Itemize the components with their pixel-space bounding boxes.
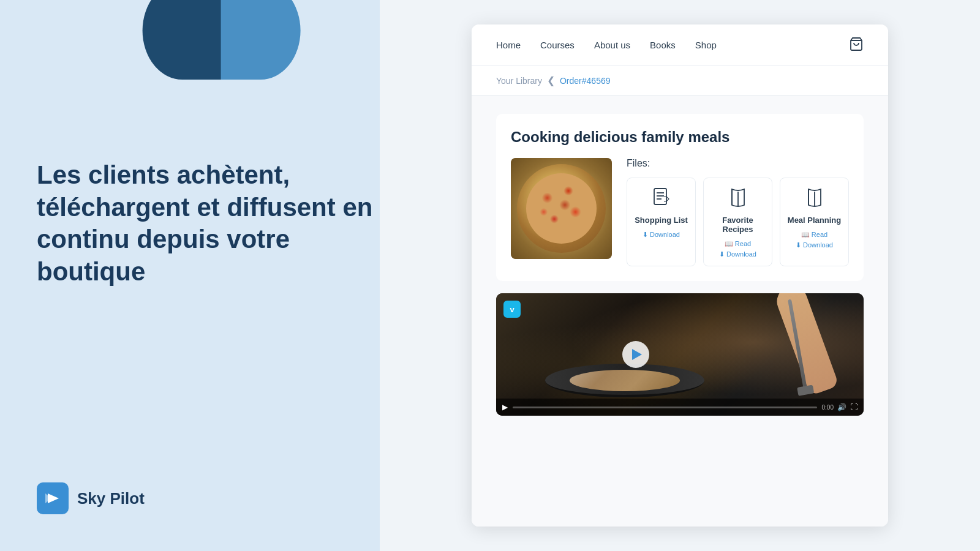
product-image [511,158,612,259]
vimeo-badge: v [503,301,521,318]
read-btn-favorite-recipes[interactable]: 📖 Read [725,240,751,248]
hand-arm-visual [773,293,840,396]
food-visual [570,370,680,391]
hero-text-container: Les clients achètent, téléchargent et di… [37,159,380,482]
play-triangle-icon [632,349,642,360]
brand-name: Sky Pilot [77,489,145,508]
right-panel: Home Courses About us Books Shop Your Li… [380,0,980,551]
files-grid: Shopping List ⬇ Download [627,178,849,266]
nav-links: Home Courses About us Books Shop [496,40,717,50]
browser-window: Home Courses About us Books Shop Your Li… [472,24,888,527]
video-right-controls: 0:00 🔊 ⛶ [822,403,858,411]
breadcrumb: Your Library ❮ Order#46569 [496,75,864,86]
video-section: v ▶ 0:00 🔊 ⛶ [496,293,864,416]
nav-bar: Home Courses About us Books Shop [472,24,888,66]
files-section: Files: [627,158,849,266]
read-btn-meal-planning[interactable]: 📖 Read [801,231,827,239]
pizza-visual [511,158,612,259]
skypilot-logo-icon [43,489,62,508]
content-area: Cooking delicious family meals Files: [472,96,888,527]
file-name-shopping-list: Shopping List [633,216,689,225]
cooking-scene [496,293,864,416]
nav-courses[interactable]: Courses [540,40,575,50]
nav-home[interactable]: Home [496,40,521,50]
brand-icon [37,482,69,514]
video-time: 0:00 [822,404,834,411]
breadcrumb-separator: ❮ [547,75,555,86]
cart-icon[interactable] [849,37,864,54]
breadcrumb-library[interactable]: Your Library [496,76,542,86]
nav-about-us[interactable]: About us [594,40,630,50]
file-card-shopping-list: Shopping List ⬇ Download [627,178,696,266]
logo-decoration [143,0,301,80]
product-top: Files: [511,158,849,266]
left-panel: Les clients achètent, téléchargent et di… [0,0,380,551]
video-play-control[interactable]: ▶ [502,403,508,411]
download-btn-meal-planning[interactable]: ⬇ Download [796,241,833,249]
file-actions-shopping-list: ⬇ Download [633,231,689,239]
download-btn-favorite-recipes[interactable]: ⬇ Download [719,250,756,258]
product-title: Cooking delicious family meals [511,129,849,146]
video-progress-bar[interactable] [513,407,817,408]
video-background [496,293,864,416]
file-actions-meal-planning: 📖 Read ⬇ Download [786,231,842,249]
brand-footer: Sky Pilot [37,482,380,514]
hero-heading: Les clients achètent, téléchargent et di… [37,159,380,288]
file-actions-favorite-recipes: 📖 Read ⬇ Download [710,240,766,258]
file-card-meal-planning: Meal Planning 📖 Read ⬇ Download [780,178,849,266]
video-volume-icon[interactable]: 🔊 [837,403,846,411]
document-icon [633,188,689,212]
file-name-favorite-recipes: Favorite Recipes [710,216,766,234]
nav-shop[interactable]: Shop [695,40,717,50]
spatula-head [797,385,814,396]
video-fullscreen-icon[interactable]: ⛶ [850,403,858,411]
files-label: Files: [627,158,849,169]
product-section: Cooking delicious family meals Files: [496,114,864,281]
logo-shape-blue [221,0,301,80]
logo-shape-dark [143,0,222,80]
video-wrapper[interactable]: v ▶ 0:00 🔊 ⛶ [496,293,864,416]
book-icon-recipes [710,188,766,212]
file-card-favorite-recipes: Favorite Recipes 📖 Read ⬇ Download [703,178,772,266]
play-button[interactable] [622,341,649,368]
book-icon-meal-planning [786,188,842,212]
breadcrumb-current: Order#46569 [560,76,611,86]
video-controls[interactable]: ▶ 0:00 🔊 ⛶ [496,399,864,416]
file-name-meal-planning: Meal Planning [786,216,842,225]
breadcrumb-bar: Your Library ❮ Order#46569 [472,66,888,96]
download-btn-shopping-list[interactable]: ⬇ Download [643,231,680,239]
nav-books[interactable]: Books [650,40,676,50]
